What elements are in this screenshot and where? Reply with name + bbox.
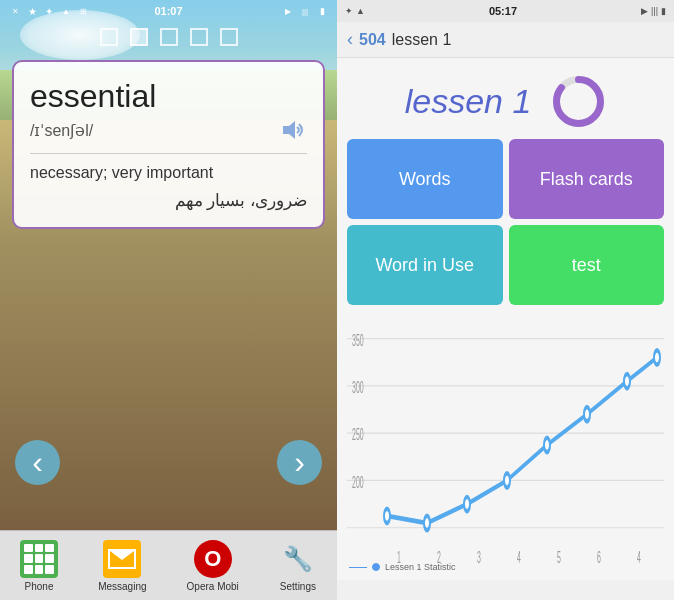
pronunciation-text: /ɪˈsenʃəl/ xyxy=(30,121,93,140)
play-icon: ▶ xyxy=(281,4,295,18)
right-signal-bars-icon: ||| xyxy=(651,6,658,16)
right-wifi-icon: ▲ xyxy=(356,6,365,16)
svg-point-25 xyxy=(624,374,630,388)
right-status-bar: ✦ ▲ 05:17 ▶ ||| ▮ xyxy=(337,0,674,22)
app-number: 504 xyxy=(359,31,386,49)
messaging-icon xyxy=(103,540,141,578)
legend-text: Lessen 1 Statistic xyxy=(385,562,456,572)
app-header: ‹ 504 lessen 1 xyxy=(337,22,674,58)
chart-legend: Lessen 1 Statistic xyxy=(349,562,456,572)
nav-dots xyxy=(100,28,238,46)
svg-text:4: 4 xyxy=(637,549,641,567)
svg-text:4: 4 xyxy=(517,549,521,567)
right-time: 05:17 xyxy=(489,5,517,17)
settings-label: Settings xyxy=(280,581,316,592)
svg-point-20 xyxy=(424,516,430,530)
definition-text: necessary; very important xyxy=(30,164,307,182)
nav-item-settings[interactable]: 🔧 Settings xyxy=(279,540,317,592)
bottom-nav: Phone Messaging O Opera Mobi 🔧 Settings xyxy=(0,530,337,600)
word-in-use-button[interactable]: Word in Use xyxy=(347,225,503,305)
words-button[interactable]: Words xyxy=(347,139,503,219)
svg-text:6: 6 xyxy=(597,549,601,567)
nav-item-opera[interactable]: O Opera Mobi xyxy=(187,540,239,592)
right-signal-icon: ✦ xyxy=(345,6,353,16)
test-button[interactable]: test xyxy=(509,225,665,305)
next-button[interactable] xyxy=(277,440,322,485)
nav-dot-3[interactable] xyxy=(160,28,178,46)
messaging-label: Messaging xyxy=(98,581,146,592)
star-icon: ★ xyxy=(25,4,39,18)
right-play-icon: ▶ xyxy=(641,6,648,16)
left-time: 01:07 xyxy=(154,5,182,17)
nav-dot-1[interactable] xyxy=(100,28,118,46)
translation-text: ضروری، بسیار مهم xyxy=(30,190,307,211)
speaker-icon[interactable] xyxy=(277,119,307,141)
chart-area: 350 300 250 200 1 2 3 4 5 6 4 xyxy=(337,315,674,580)
opera-label: Opera Mobi xyxy=(187,581,239,592)
wifi-icon: ⊞ xyxy=(76,4,90,18)
nav-dot-2[interactable] xyxy=(130,28,148,46)
nav-dot-5[interactable] xyxy=(220,28,238,46)
lesson-hero: lessen 1 xyxy=(337,58,674,139)
svg-text:3: 3 xyxy=(477,549,481,567)
prev-button[interactable] xyxy=(15,440,60,485)
lesson-title: lessen 1 xyxy=(405,82,532,121)
legend-line xyxy=(349,567,367,568)
left-status-bar: ✕ ★ ✦ ▲ ⊞ 01:07 ▶ ||| ▮ xyxy=(0,0,337,22)
svg-text:200: 200 xyxy=(352,473,364,491)
left-status-icons-left: ✕ ★ ✦ ▲ ⊞ xyxy=(8,4,90,18)
battery-icon: ▮ xyxy=(315,4,329,18)
right-bottom-bar xyxy=(337,580,674,600)
svg-text:300: 300 xyxy=(352,379,364,397)
pronunciation-row: /ɪˈsenʃəl/ xyxy=(30,119,307,141)
flash-cards-button[interactable]: Flash cards xyxy=(509,139,665,219)
phone-label: Phone xyxy=(25,581,54,592)
svg-point-26 xyxy=(654,350,660,364)
nav-dot-4[interactable] xyxy=(190,28,208,46)
right-battery-icon: ▮ xyxy=(661,6,666,16)
svg-text:5: 5 xyxy=(557,549,561,567)
flash-card: essential /ɪˈsenʃəl/ necessary; very imp… xyxy=(12,60,325,229)
card-divider xyxy=(30,153,307,154)
bars-icon: ||| xyxy=(298,4,312,18)
close-icon: ✕ xyxy=(8,4,22,18)
phone-icon xyxy=(20,540,58,578)
svg-point-23 xyxy=(544,438,550,452)
grid-buttons: Words Flash cards Word in Use test xyxy=(337,139,674,305)
chart-svg: 350 300 250 200 1 2 3 4 5 6 4 xyxy=(347,315,664,575)
right-panel: ✦ ▲ 05:17 ▶ ||| ▮ ‹ 504 lessen 1 lessen … xyxy=(337,0,674,600)
svg-point-21 xyxy=(464,497,470,511)
svg-point-2 xyxy=(557,80,601,124)
left-panel: ✕ ★ ✦ ▲ ⊞ 01:07 ▶ ||| ▮ essential /ɪˈsen… xyxy=(0,0,337,600)
word-title: essential xyxy=(30,78,307,115)
right-status-icons-right: ▶ ||| ▮ xyxy=(641,6,666,16)
back-button[interactable]: ‹ xyxy=(347,29,353,50)
settings-icon: 🔧 xyxy=(279,540,317,578)
left-status-icons-right: ▶ ||| ▮ xyxy=(281,4,329,18)
nav-item-messaging[interactable]: Messaging xyxy=(98,540,146,592)
svg-point-19 xyxy=(384,509,390,523)
right-status-icons-left: ✦ ▲ xyxy=(345,6,365,16)
signal-icon: ▲ xyxy=(59,4,73,18)
header-lesson-text: lessen 1 xyxy=(392,31,452,49)
svg-point-24 xyxy=(584,407,590,421)
bluetooth-icon: ✦ xyxy=(42,4,56,18)
svg-text:350: 350 xyxy=(352,331,364,349)
legend-dot xyxy=(372,563,380,571)
svg-text:250: 250 xyxy=(352,426,364,444)
svg-marker-0 xyxy=(283,121,295,139)
nav-item-phone[interactable]: Phone xyxy=(20,540,58,592)
opera-icon: O xyxy=(194,540,232,578)
donut-chart xyxy=(551,74,606,129)
svg-point-22 xyxy=(504,473,510,487)
